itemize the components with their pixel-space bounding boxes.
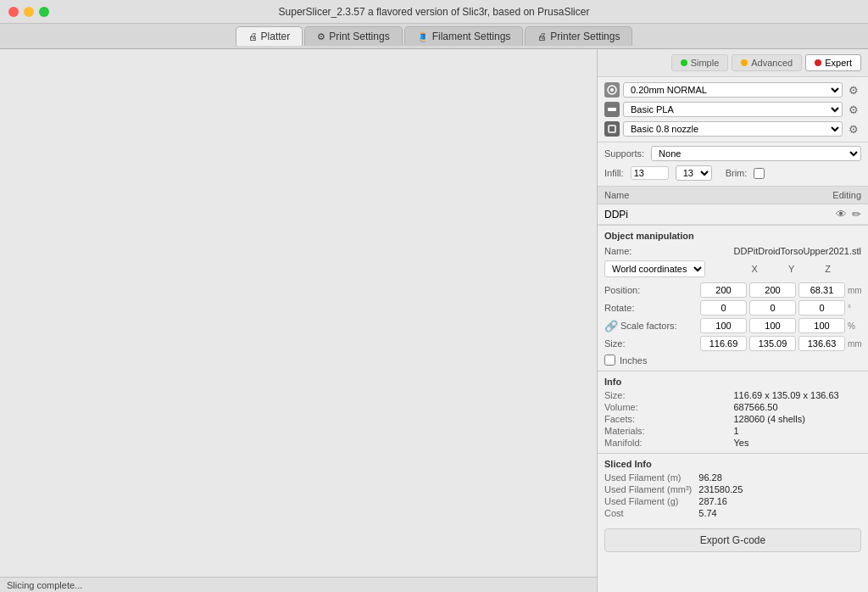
- maximize-button[interactable]: [39, 7, 49, 17]
- simple-dot: [681, 59, 687, 66]
- print-profile-row: 0.20mm NORMAL ⚙: [604, 82, 861, 98]
- supports-label: Supports:: [604, 148, 644, 159]
- position-unit: mm: [848, 286, 868, 295]
- supports-row: Supports: None: [604, 146, 861, 161]
- size-label: Size:: [604, 338, 698, 349]
- rotate-y[interactable]: [749, 300, 796, 316]
- visibility-toggle[interactable]: 👁: [836, 208, 847, 221]
- filament-m-label: Used Filament (m): [604, 472, 692, 483]
- print-profile-area: 0.20mm NORMAL ⚙ Basic PLA ⚙: [598, 77, 868, 142]
- tab-bar: 🖨 Platter ⚙ Print Settings 🧵 Filament Se…: [0, 24, 868, 49]
- materials-value: 1: [734, 426, 862, 436]
- scale-z[interactable]: [798, 318, 845, 333]
- filament-mm3-value: 231580.25: [698, 484, 861, 494]
- manifold-label: Manifold:: [604, 438, 732, 448]
- position-y[interactable]: [749, 282, 796, 298]
- filament-settings-icon: 🧵: [417, 31, 429, 42]
- size-info-label: Size:: [604, 390, 732, 400]
- printer-profile-gear[interactable]: ⚙: [846, 121, 861, 137]
- edit-button[interactable]: ✏: [852, 208, 861, 221]
- filament-m-value: 96.28: [698, 472, 861, 483]
- export-gcode-button[interactable]: Export G-code: [604, 528, 861, 552]
- supports-select[interactable]: None: [651, 146, 861, 161]
- filament-profile-gear[interactable]: ⚙: [846, 102, 861, 117]
- name-label: Name:: [604, 246, 632, 256]
- status-bar: Slicing complete...: [0, 577, 597, 592]
- position-z[interactable]: [798, 282, 845, 298]
- object-row: DDPi 👁 ✏: [598, 204, 868, 225]
- z-header: Z: [825, 264, 831, 274]
- y-header: Y: [788, 264, 794, 274]
- object-icons: 👁 ✏: [836, 208, 861, 221]
- right-panel-scroll: 0.20mm NORMAL ⚙ Basic PLA ⚙: [598, 77, 868, 592]
- printer-profile-select[interactable]: Basic 0.8 nozzle: [623, 121, 843, 137]
- expert-mode-button[interactable]: Expert: [805, 54, 861, 71]
- infill-input[interactable]: [631, 166, 669, 180]
- size-row: Size: mm: [604, 336, 861, 351]
- print-profile-gear[interactable]: ⚙: [846, 82, 861, 98]
- supports-infill-area: Supports: None Infill: 13 Brim:: [598, 142, 868, 187]
- object-list: Name Editing DDPi 👁 ✏: [598, 187, 868, 225]
- printer-settings-icon: 🖨: [537, 31, 547, 42]
- info-section: Info Size: 116.69 x 135.09 x 136.63 Volu…: [598, 371, 868, 453]
- scale-unit: %: [848, 321, 868, 331]
- size-x[interactable]: [700, 336, 747, 351]
- mode-bar: Simple Advanced Expert: [598, 49, 868, 77]
- title-bar: SuperSlicer_2.3.57 a flavored version of…: [0, 0, 868, 24]
- size-z[interactable]: [798, 336, 845, 351]
- scale-y[interactable]: [749, 318, 796, 333]
- cost-label: Cost: [604, 508, 692, 518]
- right-panel: Simple Advanced Expert: [597, 49, 868, 592]
- editing-header: Editing: [832, 190, 861, 200]
- scale-row: 🔗 Scale factors: %: [604, 318, 861, 333]
- coord-system-row: World coordinates Local coordinates X Y …: [604, 260, 861, 277]
- status-text: Slicing complete...: [7, 580, 82, 590]
- object-name-row: Name: DDPitDroidTorsoUpper2021.stl: [604, 246, 861, 256]
- manipulation-title: Object manipulation: [604, 231, 861, 241]
- print-profile-select[interactable]: 0.20mm NORMAL: [623, 82, 843, 98]
- size-unit: mm: [848, 339, 868, 349]
- volume-label: Volume:: [604, 402, 732, 412]
- window-controls[interactable]: [8, 7, 49, 17]
- tab-print-settings-label: Print Settings: [329, 31, 389, 42]
- object-list-header: Name Editing: [598, 187, 868, 204]
- tab-filament-settings[interactable]: 🧵 Filament Settings: [404, 26, 524, 46]
- minimize-button[interactable]: [24, 7, 34, 17]
- advanced-dot: [741, 59, 748, 66]
- close-button[interactable]: [8, 7, 19, 17]
- tab-print-settings[interactable]: ⚙ Print Settings: [304, 26, 402, 46]
- inches-label: Inches: [620, 355, 647, 366]
- simple-mode-button[interactable]: Simple: [671, 54, 729, 71]
- size-y[interactable]: [749, 336, 796, 351]
- svg-rect-11: [608, 108, 616, 111]
- printer-profile-row: Basic 0.8 nozzle ⚙: [604, 121, 861, 137]
- scale-label-wrap: 🔗 Scale factors:: [604, 320, 698, 332]
- filament-profile-row: Basic PLA ⚙: [604, 102, 861, 117]
- tab-printer-settings[interactable]: 🖨 Printer Settings: [525, 26, 632, 46]
- scale-label: Scale factors:: [620, 321, 677, 331]
- rotate-x[interactable]: [700, 300, 747, 316]
- print-profile-select-wrap: 0.20mm NORMAL: [623, 82, 843, 98]
- inches-checkbox[interactable]: [604, 355, 615, 366]
- filament-g-value: 287.16: [698, 496, 861, 506]
- print-profile-icon: [604, 82, 620, 98]
- filament-profile-select-wrap: Basic PLA: [623, 102, 843, 117]
- svg-point-10: [610, 88, 614, 92]
- scale-x[interactable]: [700, 318, 747, 333]
- rotate-unit: °: [848, 304, 868, 313]
- brim-label: Brim:: [726, 168, 748, 178]
- filament-profile-select[interactable]: Basic PLA: [623, 102, 843, 117]
- coord-system-select[interactable]: World coordinates Local coordinates: [604, 260, 705, 277]
- rotate-z[interactable]: [798, 300, 845, 316]
- tab-platter[interactable]: 🖨 Platter: [236, 26, 303, 46]
- infill-dropdown[interactable]: 13: [676, 165, 712, 181]
- infill-label: Infill:: [604, 168, 624, 178]
- advanced-mode-button[interactable]: Advanced: [732, 54, 802, 71]
- brim-checkbox[interactable]: [754, 168, 765, 179]
- tab-platter-label: Platter: [261, 31, 291, 42]
- tab-filament-settings-label: Filament Settings: [432, 31, 511, 42]
- object-name-value: DDPitDroidTorsoUpper2021.stl: [734, 246, 861, 256]
- position-label: Position:: [604, 285, 698, 295]
- info-title: Info: [604, 377, 861, 387]
- position-x[interactable]: [700, 282, 747, 298]
